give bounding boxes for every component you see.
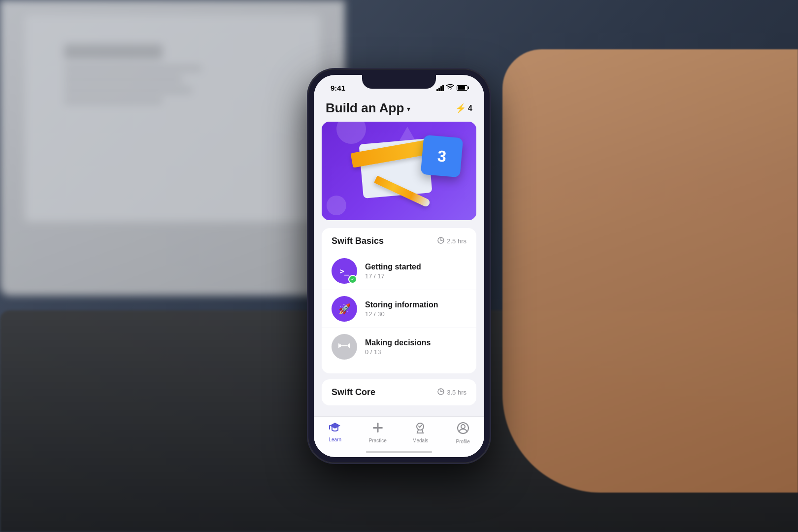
screen-inner: 9:41 — [314, 75, 484, 457]
clock-icon-core — [437, 388, 444, 397]
practice-tab-icon — [372, 422, 384, 436]
signal-bars-icon — [436, 85, 444, 91]
phone-screen: 9:41 — [314, 75, 484, 457]
lesson-title-making-decisions: Making decisions — [365, 338, 466, 347]
laptop-screen — [25, 15, 320, 222]
practice-tab-label: Practice — [369, 438, 387, 443]
header-title-row[interactable]: Build an App ▾ — [326, 100, 410, 116]
app-header: Build an App ▾ ⚡ 4 — [314, 97, 484, 122]
css-badge: 3 — [421, 135, 464, 178]
lesson-item-getting-started[interactable]: >_ ✓ Getting started 17 / 17 — [322, 252, 476, 290]
deco-circle-2 — [327, 196, 346, 215]
dumbbell-icon — [338, 341, 350, 353]
battery-fill — [458, 86, 465, 90]
wifi-icon — [446, 84, 454, 92]
lesson-item-storing-info[interactable]: 🚀 Storing information 12 / 30 — [322, 290, 476, 328]
tab-item-learn[interactable]: Learn — [314, 422, 357, 442]
terminal-icon: >_ — [339, 266, 349, 276]
svg-point-16 — [461, 425, 465, 429]
clock-icon — [437, 237, 444, 245]
svg-rect-7 — [341, 345, 348, 346]
rocket-icon: 🚀 — [338, 303, 351, 315]
svg-rect-6 — [349, 343, 350, 348]
lesson-icon-storing-info: 🚀 — [332, 296, 357, 322]
phone-wrapper: 9:41 — [308, 69, 490, 463]
lesson-icon-getting-started: >_ ✓ — [332, 258, 357, 284]
lesson-progress-making-decisions: 0 / 13 — [365, 348, 466, 356]
lesson-info-storing-info: Storing information 12 / 30 — [365, 300, 466, 318]
section-header-basics: Swift Basics 2.5 hrs — [322, 236, 476, 252]
swift-basics-section: Swift Basics 2.5 hrs — [322, 228, 476, 373]
lesson-info-making-decisions: Making decisions 0 / 13 — [365, 338, 466, 356]
chevron-down-icon: ▾ — [407, 105, 410, 113]
duration-text-basics: 2.5 hrs — [447, 237, 466, 245]
background-hand — [502, 49, 798, 493]
status-time: 9:41 — [326, 84, 345, 92]
svg-rect-5 — [348, 344, 349, 347]
lesson-title-getting-started: Getting started — [365, 263, 466, 271]
swift-core-section: Swift Core 3.5 hrs — [322, 379, 476, 405]
streak-counter[interactable]: ⚡ 4 — [455, 103, 472, 114]
profile-tab-label: Profile — [456, 439, 470, 444]
achievements-tab-label: Medals — [412, 438, 428, 443]
section-duration-basics: 2.5 hrs — [437, 237, 466, 245]
home-indicator — [366, 451, 432, 453]
tab-item-achievements[interactable]: Medals — [399, 422, 442, 443]
svg-rect-4 — [338, 343, 339, 348]
section-title-basics: Swift Basics — [332, 236, 384, 246]
lesson-item-making-decisions[interactable]: Making decisions 0 / 13 — [322, 328, 476, 366]
section-title-core: Swift Core — [332, 387, 375, 398]
scrollable-content: 3 Swift Basics — [314, 122, 484, 457]
duration-text-core: 3.5 hrs — [447, 389, 466, 396]
lightning-icon: ⚡ — [455, 103, 466, 114]
section-duration-core: 3.5 hrs — [437, 388, 466, 397]
section-header-core: Swift Core 3.5 hrs — [332, 387, 466, 398]
background-laptop — [0, 0, 345, 296]
learn-tab-label: Learn — [329, 437, 341, 442]
status-icons — [436, 84, 472, 92]
signal-bar-3 — [440, 86, 442, 91]
profile-tab-icon — [457, 422, 469, 437]
svg-rect-12 — [377, 423, 378, 432]
signal-bar-1 — [436, 89, 438, 91]
achievements-tab-icon — [414, 422, 427, 436]
phone-device: 9:41 — [308, 69, 490, 463]
course-banner: 3 — [322, 122, 476, 220]
lesson-title-storing-info: Storing information — [365, 300, 466, 309]
lesson-info-getting-started: Getting started 17 / 17 — [365, 263, 466, 280]
tab-item-practice[interactable]: Practice — [357, 422, 399, 443]
lesson-icon-making-decisions — [332, 334, 357, 360]
signal-bar-2 — [438, 88, 440, 91]
svg-rect-3 — [339, 344, 341, 347]
lesson-progress-storing-info: 12 / 30 — [365, 310, 466, 318]
completion-check-icon: ✓ — [348, 275, 357, 284]
streak-count: 4 — [468, 104, 472, 113]
lesson-progress-getting-started: 17 / 17 — [365, 272, 466, 280]
battery-icon — [457, 85, 467, 91]
learn-tab-icon — [329, 422, 341, 435]
signal-bar-4 — [442, 85, 444, 91]
tab-item-profile[interactable]: Profile — [442, 422, 485, 444]
course-title: Build an App — [326, 100, 404, 116]
phone-notch — [362, 75, 436, 89]
